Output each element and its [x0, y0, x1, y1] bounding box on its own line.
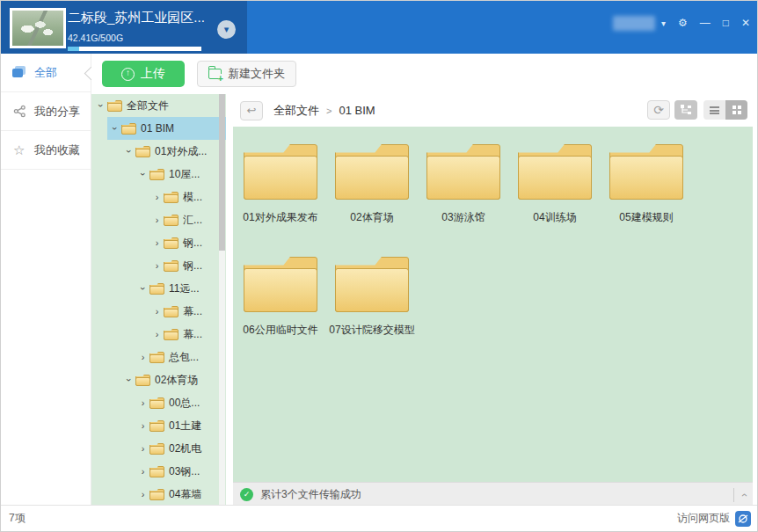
titlebar: 二标段_苏州工业园区... 42.41G/500G ▾ ▾ ⚙ — □ ✕: [1, 1, 758, 54]
chevron-down-icon[interactable]: ›: [138, 283, 149, 295]
sidebar-item-my-favorites[interactable]: ☆我的收藏: [1, 131, 91, 170]
folder-icon: [164, 215, 179, 226]
tree-item[interactable]: ›03钢...: [91, 460, 226, 483]
app-window: 二标段_苏州工业园区... 42.41G/500G ▾ ▾ ⚙ — □ ✕ 全部…: [0, 0, 758, 532]
tree-item-label: 模...: [183, 190, 202, 205]
list-view-button[interactable]: [703, 100, 725, 120]
chevron-right-icon[interactable]: ›: [151, 215, 163, 225]
tree-item-label: 钢...: [183, 236, 202, 251]
minimize-button[interactable]: —: [700, 16, 711, 31]
chevron-right-icon[interactable]: ›: [137, 352, 149, 362]
chevron-down-icon[interactable]: ›: [124, 146, 135, 157]
chevron-right-icon[interactable]: ›: [151, 329, 163, 339]
folder-icon: [107, 100, 122, 112]
folder-icon: [335, 144, 409, 200]
chevron-right-icon[interactable]: ›: [151, 192, 163, 202]
folder-icon: [149, 489, 164, 500]
tree-item[interactable]: ›幕...: [91, 323, 226, 346]
tree-scrollbar-thumb[interactable]: [219, 94, 225, 251]
folder-name: 01对外成果发布: [243, 210, 317, 225]
tree-item[interactable]: ›钢...: [91, 254, 226, 277]
project-dropdown-button[interactable]: ▾: [217, 20, 236, 39]
chevron-right-icon[interactable]: ›: [137, 466, 149, 477]
folder-card[interactable]: 02体育场: [326, 139, 418, 251]
tree-item[interactable]: ›全部文件: [91, 94, 226, 117]
chevron-right-icon[interactable]: ›: [137, 397, 149, 408]
tree-item[interactable]: ›总包...: [91, 346, 226, 368]
new-folder-button[interactable]: 新建文件夹: [197, 61, 296, 87]
chevron-right-icon[interactable]: ›: [137, 420, 149, 431]
tree-item[interactable]: ›10屋...: [91, 163, 226, 186]
settings-gear-icon[interactable]: ⚙: [678, 16, 688, 31]
chevron-right-icon[interactable]: ›: [137, 489, 149, 499]
breadcrumb-item[interactable]: 全部文件: [273, 103, 319, 119]
upload-button[interactable]: 上传: [102, 61, 185, 87]
folder-icon: [335, 257, 409, 312]
chevron-down-icon[interactable]: ›: [96, 100, 106, 112]
tree-item[interactable]: ›幕...: [91, 300, 226, 323]
maximize-button[interactable]: □: [723, 16, 729, 31]
folder-card[interactable]: 03游泳馆: [418, 139, 509, 251]
refresh-button[interactable]: ⟳: [647, 100, 670, 120]
tree-item[interactable]: ›11远...: [91, 277, 226, 300]
folder-plus-icon: [208, 69, 222, 79]
view-mode-segmented-control: [703, 100, 747, 120]
transfer-collapse-chevron-icon[interactable]: ›: [738, 493, 750, 497]
sidebar-item-my-shares[interactable]: 我的分享: [1, 92, 91, 131]
tree-item[interactable]: ›汇...: [91, 208, 226, 231]
chevron-down-icon[interactable]: ›: [124, 375, 135, 386]
folder-card[interactable]: 07设计院移交模型: [326, 251, 418, 364]
list-view-icon: [710, 106, 719, 114]
tree-item[interactable]: ›01 BIM: [91, 117, 226, 140]
tree-view-toggle-button[interactable]: [674, 100, 697, 120]
tree-item-label: 10屋...: [169, 167, 200, 182]
folder-icon: [149, 352, 164, 363]
folder-card[interactable]: 01对外成果发布: [235, 139, 326, 251]
upload-button-label: 上传: [141, 66, 165, 82]
tree-item[interactable]: ›00总...: [91, 391, 226, 414]
folder-card[interactable]: 04训练场: [509, 139, 601, 251]
chevron-right-icon[interactable]: ›: [151, 306, 163, 317]
chevron-right-icon[interactable]: ›: [151, 260, 163, 271]
chevron-right-icon[interactable]: ›: [137, 443, 149, 454]
tree-item[interactable]: ›01对外成...: [91, 140, 226, 163]
tree-item[interactable]: ›钢...: [91, 231, 226, 254]
folder-icon: [164, 329, 179, 340]
close-button[interactable]: ✕: [741, 16, 750, 31]
success-check-icon: ✓: [240, 488, 253, 501]
folder-icon: [609, 144, 683, 200]
breadcrumb-separator: >: [326, 106, 332, 116]
sidebar-item-all[interactable]: 全部: [1, 54, 91, 92]
tree-item-label: 01 BIM: [141, 122, 174, 135]
folder-icon: [121, 123, 136, 135]
breadcrumb-item[interactable]: 01 BIM: [339, 104, 375, 117]
tree-item-label: 04幕墙: [169, 487, 201, 502]
folder-name: 02体育场: [350, 210, 393, 225]
folder-icon: [149, 283, 164, 295]
tree-item[interactable]: ›02体育场: [91, 368, 226, 391]
user-menu-caret-icon[interactable]: ▾: [661, 16, 666, 31]
chevron-down-icon[interactable]: ›: [110, 123, 120, 135]
transfer-bar-controls: ›: [733, 488, 746, 502]
tree-item[interactable]: ›02机电: [91, 437, 226, 460]
chevron-right-icon[interactable]: ›: [151, 237, 163, 248]
username-redacted[interactable]: [613, 16, 655, 31]
project-thumbnail[interactable]: [10, 8, 66, 48]
chevron-down-icon[interactable]: ›: [138, 169, 149, 180]
back-button[interactable]: ↩: [240, 101, 263, 120]
grid-view-button[interactable]: [725, 100, 747, 120]
tree-item[interactable]: ›01土建: [91, 414, 226, 437]
folder-icon: [426, 144, 500, 200]
tree-item-label: 钢...: [183, 259, 202, 273]
tree-item[interactable]: ›04幕墙: [91, 483, 226, 506]
open-web-version-link[interactable]: 访问网页版: [677, 511, 751, 527]
tree-item-label: 00总...: [169, 396, 200, 411]
folder-card[interactable]: 05建模规则: [601, 139, 692, 251]
folder-grid: 01对外成果发布02体育场03游泳馆04训练场05建模规则06公用临时文件07设…: [233, 127, 753, 482]
sidebar-item-label: 我的分享: [34, 104, 80, 120]
tree-item[interactable]: ›模...: [91, 186, 226, 208]
folder-card[interactable]: 06公用临时文件: [235, 251, 326, 364]
folder-icon: [149, 169, 164, 180]
tree-item-label: 幕...: [183, 304, 202, 319]
tree-item-label: 03钢...: [169, 464, 200, 479]
